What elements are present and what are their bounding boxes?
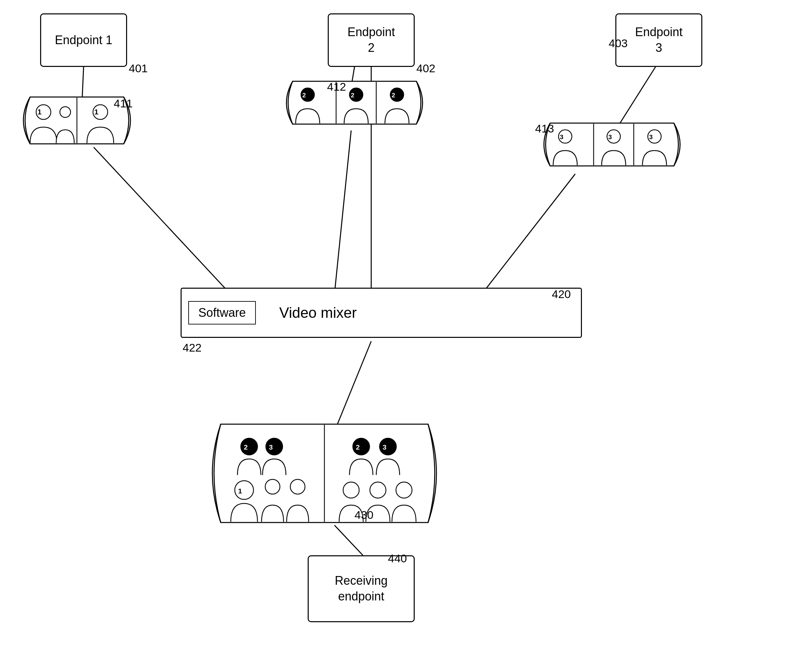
- strip-430-number: 430: [355, 508, 374, 522]
- endpoint-1-number: 401: [129, 62, 148, 75]
- video-mixer: Software Video mixer: [181, 288, 582, 338]
- svg-line-1: [94, 147, 231, 294]
- video-mixer-number: 420: [552, 288, 571, 301]
- svg-text:1: 1: [38, 108, 41, 116]
- svg-point-34: [266, 438, 282, 455]
- endpoint-3: Endpoint3: [615, 13, 702, 67]
- endpoint-2-label: Endpoint2: [347, 24, 395, 56]
- svg-text:3: 3: [560, 133, 563, 141]
- receiving-endpoint-label: Receivingendpoint: [335, 573, 388, 604]
- svg-point-42: [380, 438, 396, 455]
- svg-point-38: [265, 479, 280, 494]
- software-box: Software: [188, 301, 256, 324]
- endpoint-3-label: Endpoint3: [635, 24, 683, 56]
- svg-point-39: [290, 479, 305, 494]
- video-mixer-label: Video mixer: [279, 305, 357, 321]
- strip-412-svg: 2 2 2: [274, 79, 435, 127]
- svg-point-40: [353, 438, 370, 455]
- svg-line-8: [335, 525, 363, 555]
- svg-text:1: 1: [94, 108, 98, 116]
- svg-point-12: [60, 107, 71, 117]
- svg-line-4: [335, 130, 351, 294]
- endpoint-1: Endpoint 1: [40, 13, 127, 67]
- diagram: Endpoint 1 401 Endpoint2 402 Endpoint3 4…: [0, 0, 812, 660]
- svg-line-6: [482, 174, 575, 294]
- strip-430-svg: 2 3 1 2 3: [197, 422, 452, 525]
- receiving-endpoint: Receivingendpoint: [308, 555, 415, 622]
- software-number: 422: [182, 341, 201, 354]
- svg-text:2: 2: [351, 92, 355, 99]
- strip-413-number: 413: [535, 122, 554, 135]
- svg-point-45: [370, 482, 386, 498]
- svg-point-32: [241, 438, 257, 455]
- svg-point-44: [343, 482, 359, 498]
- endpoint-3-number: 403: [609, 37, 628, 50]
- svg-text:2: 2: [302, 92, 306, 99]
- svg-line-7: [335, 341, 371, 432]
- strip-413-svg: 3 3 3: [532, 121, 692, 169]
- software-label: Software: [198, 306, 246, 319]
- svg-text:3: 3: [382, 443, 387, 451]
- endpoint-2: Endpoint2: [328, 13, 415, 67]
- endpoint-2-number: 402: [416, 62, 435, 75]
- svg-text:2: 2: [244, 443, 248, 451]
- svg-point-46: [396, 482, 412, 498]
- svg-text:2: 2: [392, 92, 395, 99]
- svg-text:3: 3: [649, 133, 653, 141]
- strip-412-number: 412: [327, 80, 346, 93]
- endpoint-1-label: Endpoint 1: [55, 32, 113, 48]
- svg-text:2: 2: [356, 443, 360, 451]
- receiving-endpoint-number: 440: [388, 552, 407, 565]
- svg-point-36: [235, 481, 254, 500]
- svg-text:1: 1: [238, 487, 242, 495]
- svg-text:3: 3: [608, 133, 612, 141]
- strip-411-number: 411: [114, 97, 133, 110]
- svg-text:3: 3: [269, 443, 273, 451]
